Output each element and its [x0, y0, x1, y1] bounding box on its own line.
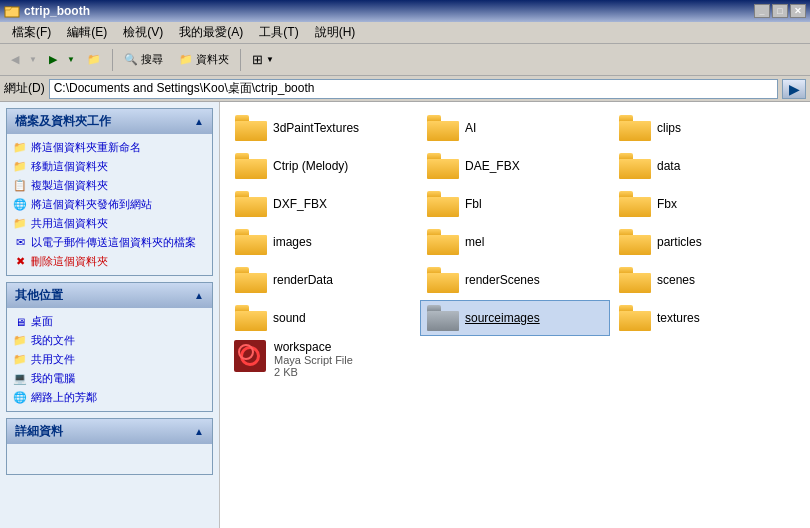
folder-icon-Fbx [619, 191, 651, 217]
folder-Fbx[interactable]: Fbx [612, 186, 802, 222]
window-icon [4, 3, 20, 19]
search-button[interactable]: 🔍 搜尋 [117, 47, 170, 73]
forward-dropdown[interactable]: ▼ [64, 49, 78, 71]
delete-folder-link[interactable]: ✖ 刪除這個資料夾 [13, 252, 206, 271]
folder-scenes[interactable]: scenes [612, 262, 802, 298]
folder-label-clips: clips [657, 121, 681, 135]
folder-label-images: images [273, 235, 312, 249]
my-docs-link[interactable]: 📁 我的文件 [13, 331, 206, 350]
folder-clips[interactable]: clips [612, 110, 802, 146]
folder-Ctrip_Melody[interactable]: Ctrip (Melody) [228, 148, 418, 184]
folder-icon-mel [427, 229, 459, 255]
panel-details-content [7, 444, 212, 474]
folder-images[interactable]: images [228, 224, 418, 260]
file-grid: 3dPaintTextures AI clips [228, 110, 802, 336]
panel-tasks-content: 📁 將這個資料夾重新命名 📁 移動這個資料夾 📋 複製這個資料夾 🌐 將這個資料… [7, 134, 212, 275]
menu-edit[interactable]: 編輯(E) [59, 22, 115, 43]
folder-icon-DAE_FBX [427, 153, 459, 179]
email-icon: ✉ [13, 236, 27, 250]
workspace-file-type: Maya Script File [274, 354, 353, 366]
menu-view[interactable]: 檢視(V) [115, 22, 171, 43]
panel-details-header[interactable]: 詳細資料 ▲ [7, 419, 212, 444]
minimize-button[interactable]: _ [754, 4, 770, 18]
workspace-file-info: workspace Maya Script File 2 KB [274, 340, 353, 378]
back-button[interactable]: ◀ [4, 49, 26, 71]
workspace-file-entry[interactable]: workspace Maya Script File 2 KB [228, 336, 802, 382]
my-docs-icon: 📁 [13, 334, 27, 348]
folder-label-data: data [657, 159, 680, 173]
menu-favorites[interactable]: 我的最愛(A) [171, 22, 251, 43]
network-link[interactable]: 🌐 網路上的芳鄰 [13, 388, 206, 407]
folder-icon-AI [427, 115, 459, 141]
email-folder-link[interactable]: ✉ 以電子郵件傳送這個資料夾的檔案 [13, 233, 206, 252]
folder-label-AI: AI [465, 121, 476, 135]
maya-file-icon [234, 340, 266, 372]
workspace-file-size: 2 KB [274, 366, 353, 378]
folder-Fbl[interactable]: Fbl [420, 186, 610, 222]
copy-folder-link[interactable]: 📋 複製這個資料夾 [13, 176, 206, 195]
folder-renderScenes[interactable]: renderScenes [420, 262, 610, 298]
folder-label-DAE_FBX: DAE_FBX [465, 159, 520, 173]
folder-icon-renderData [235, 267, 267, 293]
menu-file[interactable]: 檔案(F) [4, 22, 59, 43]
folder-3dPaintTextures[interactable]: 3dPaintTextures [228, 110, 418, 146]
folder-icon-sourceimages [427, 305, 459, 331]
folder-label-Ctrip_Melody: Ctrip (Melody) [273, 159, 348, 173]
folder-label-sound: sound [273, 311, 306, 325]
copy-icon: 📋 [13, 179, 27, 193]
folder-renderData[interactable]: renderData [228, 262, 418, 298]
toolbar: ◀ ▼ ▶ ▼ 📁 🔍 搜尋 📁 資料夾 ⊞ ▼ [0, 44, 810, 76]
folder-icon-images [235, 229, 267, 255]
folder-AI[interactable]: AI [420, 110, 610, 146]
shared-docs-link[interactable]: 📁 共用文件 [13, 350, 206, 369]
close-button[interactable]: ✕ [790, 4, 806, 18]
menu-tools[interactable]: 工具(T) [251, 22, 306, 43]
back-dropdown[interactable]: ▼ [26, 49, 40, 71]
folder-particles[interactable]: particles [612, 224, 802, 260]
window-controls[interactable]: _ □ ✕ [754, 4, 806, 18]
up-button[interactable]: 📁 [80, 47, 108, 73]
folder-icon-3dPaintTextures [235, 115, 267, 141]
desktop-link[interactable]: 🖥 桌面 [13, 312, 206, 331]
forward-button[interactable]: ▶ [42, 49, 64, 71]
left-panel: 檔案及資料夾工作 ▲ 📁 將這個資料夾重新命名 📁 移動這個資料夾 📋 複製這個… [0, 102, 220, 528]
desktop-icon: 🖥 [13, 315, 27, 329]
folder-sourceimages[interactable]: sourceimages [420, 300, 610, 336]
folder-data[interactable]: data [612, 148, 802, 184]
address-go-button[interactable]: ▶ [782, 79, 806, 99]
share-folder-link[interactable]: 📁 共用這個資料夾 [13, 214, 206, 233]
move-folder-link[interactable]: 📁 移動這個資料夾 [13, 157, 206, 176]
address-input[interactable] [49, 79, 778, 99]
folder-DAE_FBX[interactable]: DAE_FBX [420, 148, 610, 184]
folder-mel[interactable]: mel [420, 224, 610, 260]
folder-label-3dPaintTextures: 3dPaintTextures [273, 121, 359, 135]
folders-button[interactable]: 📁 資料夾 [172, 47, 236, 73]
folder-textures[interactable]: textures [612, 300, 802, 336]
panel-tasks-header[interactable]: 檔案及資料夾工作 ▲ [7, 109, 212, 134]
panel-other: 其他位置 ▲ 🖥 桌面 📁 我的文件 📁 共用文件 💻 我的電 [6, 282, 213, 412]
collapse-details-icon: ▲ [194, 426, 204, 437]
panel-other-header[interactable]: 其他位置 ▲ [7, 283, 212, 308]
publish-folder-link[interactable]: 🌐 將這個資料夾發佈到網站 [13, 195, 206, 214]
collapse-tasks-icon: ▲ [194, 116, 204, 127]
panel-details: 詳細資料 ▲ [6, 418, 213, 475]
my-pc-link[interactable]: 💻 我的電腦 [13, 369, 206, 388]
folder-DXF_FBX[interactable]: DXF_FBX [228, 186, 418, 222]
main-container: 檔案及資料夾工作 ▲ 📁 將這個資料夾重新命名 📁 移動這個資料夾 📋 複製這個… [0, 102, 810, 528]
rename-icon: 📁 [13, 141, 27, 155]
folder-label-renderData: renderData [273, 273, 333, 287]
maximize-button[interactable]: □ [772, 4, 788, 18]
views-button[interactable]: ⊞ ▼ [245, 47, 281, 73]
folder-label-scenes: scenes [657, 273, 695, 287]
rename-folder-link[interactable]: 📁 將這個資料夾重新命名 [13, 138, 206, 157]
folder-icon-Ctrip_Melody [235, 153, 267, 179]
shared-icon: 📁 [13, 353, 27, 367]
folder-sound[interactable]: sound [228, 300, 418, 336]
workspace-file-name: workspace [274, 340, 353, 354]
folder-icon-Fbl [427, 191, 459, 217]
publish-icon: 🌐 [13, 198, 27, 212]
right-panel: 3dPaintTextures AI clips [220, 102, 810, 528]
menu-bar: 檔案(F) 編輯(E) 檢視(V) 我的最愛(A) 工具(T) 說明(H) [0, 22, 810, 44]
menu-help[interactable]: 說明(H) [307, 22, 364, 43]
move-icon: 📁 [13, 160, 27, 174]
